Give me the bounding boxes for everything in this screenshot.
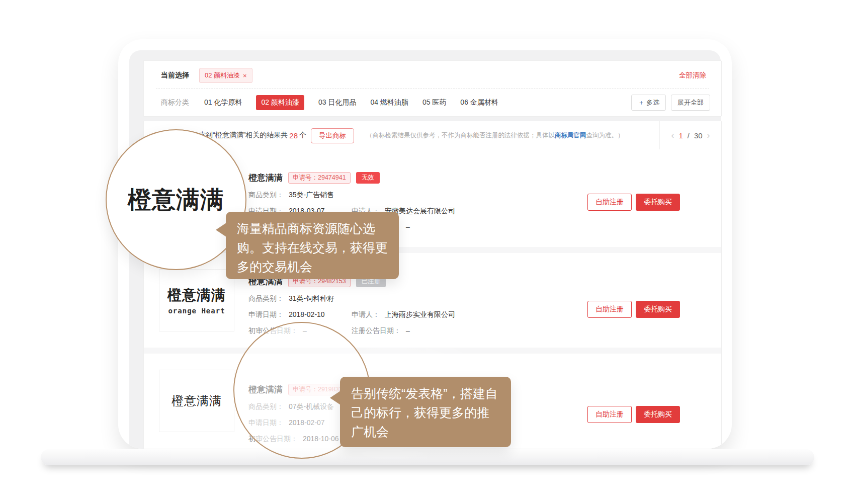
tooltip-arrow-icon bbox=[330, 391, 340, 405]
expand-all-button[interactable]: 展开全部 bbox=[671, 95, 710, 111]
results-count: 28 bbox=[289, 131, 298, 140]
disclaimer-prefix: （商标检索结果仅供参考，不作为商标能否注册的法律依据；具体以 bbox=[366, 131, 555, 140]
tooltip-arrow-icon bbox=[216, 223, 226, 237]
magnifier-circle-top: 橙意满满 bbox=[106, 129, 246, 270]
self-register-button[interactable]: 自助注册 bbox=[587, 406, 632, 423]
category-tab-06[interactable]: 06 金属材料 bbox=[460, 98, 498, 107]
category-tab-01[interactable]: 01 化学原料 bbox=[204, 98, 242, 107]
chip-close-icon[interactable]: × bbox=[243, 72, 247, 79]
magnified-trademark-text: 橙意满满 bbox=[128, 184, 224, 216]
category-tab-03[interactable]: 03 日化用品 bbox=[318, 98, 356, 107]
entrust-buy-button[interactable]: 委托购买 bbox=[636, 301, 680, 318]
filter-card: 当前选择 02 颜料油漆 × 全部清除 商标分类 01 化学原料 02 颜料油漆… bbox=[143, 60, 722, 117]
tooltip-text: 海量精品商标资源随心选购。支持在线交易，获得更多的交易机会 bbox=[237, 221, 388, 274]
logo-subtext: orange Heart bbox=[168, 307, 225, 315]
category-label: 商品类别： bbox=[248, 294, 284, 303]
next-page-icon[interactable]: › bbox=[707, 130, 710, 141]
trademark-name: 橙意满满 bbox=[248, 172, 283, 184]
row-actions: 自助注册 委托购买 bbox=[587, 301, 680, 318]
date-label: 申请日期： bbox=[248, 310, 284, 319]
current-page: 1 bbox=[678, 131, 683, 140]
applicant-label: 申请人： bbox=[352, 310, 380, 319]
category-tab-02-active[interactable]: 02 颜料油漆 bbox=[256, 95, 304, 110]
trademark-logo-2: 橙意满满 orange Heart bbox=[159, 269, 234, 331]
summary-suffix: 个 bbox=[299, 131, 306, 140]
current-selection-label: 当前选择 bbox=[161, 71, 189, 80]
logo-text: 橙意满满 bbox=[167, 286, 226, 305]
pagination: ‹ 1 / 30 › bbox=[659, 121, 721, 149]
category-value: 35类-广告销售 bbox=[289, 190, 334, 200]
entrust-buy-button[interactable]: 委托购买 bbox=[636, 194, 680, 211]
logo-text: 橙意满满 bbox=[172, 393, 222, 409]
prev-page-icon[interactable]: ‹ bbox=[671, 130, 674, 141]
category-row: 商标分类 01 化学原料 02 颜料油漆 03 日化用品 04 燃料油脂 05 … bbox=[161, 94, 710, 111]
tooltip-text: 告别传统“发表格”，搭建自己的标行，获得更多的推广机会 bbox=[351, 386, 498, 439]
row-actions: 自助注册 委托购买 bbox=[587, 194, 680, 211]
export-trademarks-button[interactable]: 导出商标 bbox=[311, 128, 354, 143]
multi-select-button[interactable]: ＋ 多选 bbox=[631, 95, 666, 111]
entrust-buy-button[interactable]: 委托购买 bbox=[636, 406, 680, 423]
selected-filter-chip-label: 02 颜料油漆 bbox=[205, 71, 240, 80]
category-tab-04[interactable]: 04 燃料油脂 bbox=[370, 98, 408, 107]
category-label: 商品类别： bbox=[248, 190, 284, 200]
self-register-button[interactable]: 自助注册 bbox=[587, 301, 632, 318]
clear-all-button[interactable]: 全部清除 bbox=[679, 71, 706, 80]
trademark-office-link[interactable]: 商标局官网 bbox=[555, 131, 586, 140]
applicant-value: 上海雨步实业有限公司 bbox=[385, 310, 455, 319]
selected-filter-chip[interactable]: 02 颜料油漆 × bbox=[199, 68, 252, 83]
category-value: 31类-饲料种籽 bbox=[289, 294, 334, 303]
tooltip-marketplace: 海量精品商标资源随心选购。支持在线交易，获得更多的交易机会 bbox=[226, 212, 399, 279]
reg-notice-value: – bbox=[406, 222, 410, 232]
trademark-logo-3: 橙意满满 bbox=[159, 370, 234, 432]
dashed-divider bbox=[156, 88, 709, 89]
category-actions: ＋ 多选 展开全部 bbox=[631, 95, 710, 111]
current-selection-row: 当前选择 02 颜料油漆 × 全部清除 bbox=[161, 67, 706, 83]
date-value: 2018-02-10 bbox=[289, 310, 325, 319]
self-register-button[interactable]: 自助注册 bbox=[587, 194, 632, 211]
category-tab-05[interactable]: 05 医药 bbox=[422, 98, 446, 107]
reg-notice-value: – bbox=[406, 326, 410, 335]
disclaimer-suffix: 查询为准。） bbox=[586, 131, 624, 140]
laptop-base bbox=[41, 449, 814, 465]
row-actions: 自助注册 委托购买 bbox=[587, 406, 680, 423]
page: 当前选择 02 颜料油漆 × 全部清除 商标分类 01 化学原料 02 颜料油漆… bbox=[0, 0, 853, 504]
tooltip-promotion: 告别传统“发表格”，搭建自己的标行，获得更多的推广机会 bbox=[340, 377, 511, 447]
category-row-label: 商标分类 bbox=[161, 98, 189, 107]
results-header: 当前分类下检索到“橙意满满”相关的结果共 28 个 导出商标 （商标检索结果仅供… bbox=[144, 121, 721, 150]
row-divider bbox=[144, 348, 721, 354]
reg-notice-label: 注册公告日期： bbox=[352, 326, 401, 335]
disclaimer-text: （商标检索结果仅供参考，不作为商标能否注册的法律依据；具体以 商标局官网 查询为… bbox=[366, 121, 624, 149]
application-number-chip: 申请号：29474941 bbox=[288, 172, 351, 184]
page-separator: / bbox=[688, 131, 690, 140]
status-badge: 无效 bbox=[356, 172, 380, 184]
total-pages: 30 bbox=[694, 131, 703, 140]
